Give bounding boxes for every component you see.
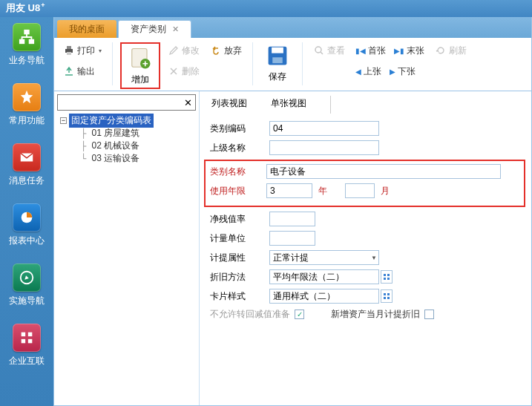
view-button[interactable]: 查看: [310, 42, 348, 59]
svg-rect-2: [30, 40, 33, 44]
svg-rect-24: [384, 297, 386, 299]
tree-root[interactable]: 固定资产分类编码表: [69, 114, 154, 128]
sitemap-icon: [13, 23, 41, 51]
svg-rect-8: [28, 339, 33, 344]
nav-report[interactable]: 报表中心: [6, 203, 47, 247]
add-document-icon: [127, 45, 154, 72]
svg-rect-20: [384, 278, 386, 280]
life-months-input[interactable]: [345, 183, 375, 198]
code-label: 类别编码: [204, 122, 269, 135]
tree-search[interactable]: ✕: [57, 94, 196, 111]
lookup-button[interactable]: [381, 270, 393, 284]
chk1-label: 不允许转回减值准备: [210, 308, 290, 321]
save-button[interactable]: 保存: [260, 42, 295, 83]
required-highlight: 类别名称 使用年限 年 月: [204, 160, 525, 207]
attr-label: 计提属性: [204, 252, 269, 264]
pencil-icon: [168, 45, 180, 56]
svg-point-17: [315, 47, 321, 53]
tab-single-view[interactable]: 单张视图: [266, 96, 311, 114]
tree-item[interactable]: ├ 01 房屋建筑: [57, 127, 196, 140]
tree-item[interactable]: └ 03 运输设备: [57, 152, 196, 165]
first-button[interactable]: ▮◀首张: [352, 42, 389, 59]
printer-icon: [63, 45, 75, 56]
delete-button[interactable]: 删除: [165, 63, 203, 79]
name-input[interactable]: [266, 164, 501, 179]
lookup-button[interactable]: [381, 289, 393, 303]
abandon-button[interactable]: 放弃: [207, 42, 245, 59]
unit-label: 计量单位: [204, 232, 269, 245]
main-panel: 我的桌面 资产类别 ✕ 打印▾ 输出: [53, 17, 532, 406]
save-icon: [264, 42, 291, 69]
chk-no-reverse[interactable]: [295, 310, 304, 319]
svg-rect-22: [384, 293, 386, 295]
chk2-label: 新增资产当月计提折旧: [331, 308, 420, 321]
close-icon[interactable]: ✕: [172, 24, 179, 34]
svg-rect-6: [28, 333, 33, 337]
piechart-icon: [13, 203, 41, 232]
svg-rect-16: [272, 57, 283, 63]
first-icon: ▮◀: [355, 47, 366, 55]
svg-rect-15: [272, 48, 283, 53]
last-button[interactable]: ▶▮末张: [391, 42, 427, 59]
tree-item[interactable]: ├ 02 机械设备: [57, 140, 196, 152]
category-tree[interactable]: − 固定资产分类编码表 ├ 01 房屋建筑 ├ 02 机械设备 └ 03 运输设…: [57, 114, 196, 165]
chevron-down-icon: ▾: [99, 48, 102, 54]
nav-implement[interactable]: 实施导航: [6, 263, 47, 307]
life-years-input[interactable]: [266, 183, 312, 198]
code-input[interactable]: [269, 121, 379, 136]
nav-business[interactable]: 业务导航: [6, 23, 47, 67]
svg-rect-7: [22, 339, 26, 344]
search-icon: [313, 45, 325, 56]
nav-messages[interactable]: 消息任务: [6, 143, 47, 187]
name-label: 类别名称: [206, 166, 266, 178]
next-button[interactable]: ▶下张: [387, 63, 418, 79]
prev-icon: ◀: [355, 68, 361, 76]
card-select[interactable]: 通用样式（二）: [269, 289, 379, 304]
refresh-icon: [435, 45, 447, 56]
salvage-input[interactable]: [269, 212, 315, 226]
app-title: 用友 U8+: [6, 1, 45, 15]
svg-rect-11: [67, 52, 71, 55]
output-button[interactable]: 输出: [60, 63, 98, 79]
edit-button[interactable]: 修改: [165, 42, 203, 59]
salvage-label: 净残值率: [204, 213, 269, 226]
tab-strip: 我的桌面 资产类别 ✕: [54, 17, 531, 38]
undo-icon: [210, 45, 222, 56]
nav-enterprise[interactable]: 企业互联: [6, 324, 47, 367]
collapse-icon[interactable]: −: [60, 117, 67, 124]
method-select[interactable]: 平均年限法（二）: [269, 269, 379, 284]
tab-home[interactable]: 我的桌面: [57, 20, 116, 38]
tab-asset-category[interactable]: 资产类别 ✕: [118, 20, 191, 38]
svg-rect-19: [387, 274, 390, 276]
svg-rect-5: [22, 333, 26, 337]
clear-icon[interactable]: ✕: [182, 96, 194, 108]
refresh-button[interactable]: 刷新: [432, 42, 470, 59]
life-label: 使用年限: [206, 185, 266, 197]
toolbar: 打印▾ 输出 增加 修: [54, 38, 531, 91]
next-icon: ▶: [390, 68, 395, 76]
tree-panel: ✕ − 固定资产分类编码表 ├ 01 房屋建筑 ├ 02 机械设备 └ 03 运…: [54, 91, 200, 405]
tab-list-view[interactable]: 列表视图: [207, 96, 252, 114]
unit-input[interactable]: [269, 231, 315, 246]
method-label: 折旧方法: [204, 271, 269, 284]
parent-input[interactable]: [269, 140, 379, 155]
svg-rect-21: [387, 278, 390, 280]
svg-rect-18: [384, 274, 386, 276]
nav-favorites[interactable]: 常用功能: [6, 83, 47, 127]
parent-label: 上级名称: [204, 142, 269, 154]
prev-button[interactable]: ◀上张: [352, 63, 384, 79]
card-label: 卡片样式: [204, 290, 269, 303]
attr-select[interactable]: 正常计提▼: [269, 250, 379, 265]
chevron-down-icon: ▼: [371, 255, 377, 261]
print-button[interactable]: 打印▾: [60, 42, 105, 59]
svg-rect-10: [67, 46, 71, 49]
chk-new-depr[interactable]: [424, 310, 434, 319]
svg-rect-25: [387, 297, 390, 299]
add-highlight: 增加: [120, 42, 160, 89]
svg-rect-23: [387, 293, 390, 295]
left-nav: 业务导航 常用功能 消息任务 报表中心 实施导航 企业互联: [0, 17, 53, 406]
svg-rect-1: [20, 40, 24, 44]
form-panel: 列表视图 单张视图 类别编码 上级名称 类别名称: [200, 91, 531, 405]
apps-icon: [13, 324, 41, 352]
add-button[interactable]: 增加: [123, 45, 157, 86]
